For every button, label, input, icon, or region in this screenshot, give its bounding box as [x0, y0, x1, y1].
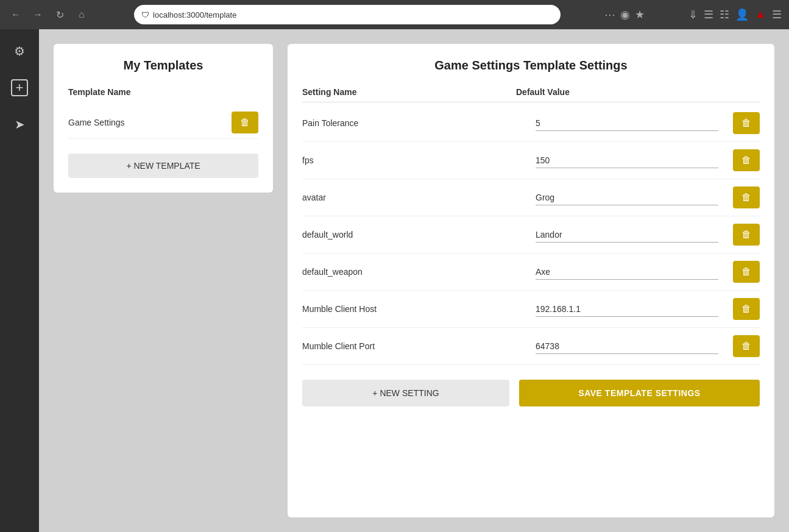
delete-setting-button[interactable]: 🗑 — [733, 224, 760, 246]
settings-list: Pain Tolerance 🗑 fps 🗑 avatar 🗑 — [302, 105, 760, 365]
setting-name-label: fps — [302, 155, 526, 165]
templates-panel: My Templates Template Name Game Settings… — [54, 44, 273, 193]
settings-footer: + NEW SETTING SAVE TEMPLATE SETTINGS — [302, 380, 760, 406]
sidebar-add-button[interactable]: + — [7, 76, 32, 100]
settings-panel: Game Settings Template Settings Setting … — [288, 44, 774, 517]
star-icon[interactable]: ★ — [635, 8, 645, 21]
setting-name-label: Pain Tolerance — [302, 118, 526, 128]
address-bar[interactable]: 🛡 localhost:3000/template — [134, 5, 561, 24]
settings-header: Setting Name Default Value — [302, 87, 760, 102]
browser-actions: ⋯ ◉ ★ — [604, 8, 645, 21]
sidebar-toggle-icon[interactable]: ☷ — [720, 8, 729, 21]
delete-setting-button[interactable]: 🗑 — [733, 112, 760, 134]
more-icon[interactable]: ⋯ — [604, 8, 615, 21]
col-default-value-header: Default Value — [516, 87, 723, 97]
trash-icon: 🗑 — [741, 303, 751, 314]
menu-icon[interactable]: ☰ — [772, 8, 782, 21]
template-list: Game Settings 🗑 — [68, 107, 258, 139]
delete-template-button[interactable]: 🗑 — [232, 112, 258, 133]
setting-value-container — [536, 264, 718, 280]
browser-toolbar: ⇓ ☰ ☷ 👤 ▲ ☰ — [688, 8, 782, 21]
home-button[interactable]: ⌂ — [73, 6, 90, 23]
browser-chrome: ← → ↻ ⌂ 🛡 localhost:3000/template ⋯ ◉ ★ … — [0, 0, 789, 29]
trash-icon: 🗑 — [741, 118, 751, 129]
forward-button[interactable]: → — [29, 6, 46, 23]
setting-value-input[interactable] — [536, 116, 718, 131]
setting-row: default_world 🗑 — [302, 216, 760, 254]
setting-value-container — [536, 190, 718, 205]
sidebar-gear-button[interactable]: ⚙ — [7, 39, 32, 63]
setting-value-input[interactable] — [536, 227, 718, 243]
template-row: Game Settings 🗑 — [68, 107, 258, 139]
setting-row: default_weapon 🗑 — [302, 254, 760, 291]
gear-icon: ⚙ — [14, 44, 25, 59]
profile-icon[interactable]: 👤 — [735, 8, 749, 21]
logout-icon: ➤ — [15, 117, 25, 132]
library-icon[interactable]: ☰ — [704, 8, 713, 21]
setting-value-container — [536, 302, 718, 317]
setting-value-input[interactable] — [536, 302, 718, 317]
col-setting-name-header: Setting Name — [302, 87, 516, 97]
new-setting-button[interactable]: + NEW SETTING — [302, 380, 509, 406]
delete-setting-button[interactable]: 🗑 — [733, 335, 760, 357]
main-content: My Templates Template Name Game Settings… — [39, 29, 789, 532]
delete-setting-button[interactable]: 🗑 — [733, 261, 760, 283]
setting-value-container — [536, 227, 718, 243]
trash-icon: 🗑 — [741, 192, 751, 203]
setting-name-label: Mumble Client Port — [302, 341, 526, 351]
setting-row: Mumble Client Host 🗑 — [302, 291, 760, 328]
templates-title: My Templates — [68, 59, 258, 73]
settings-title: Game Settings Template Settings — [302, 59, 760, 73]
template-name: Game Settings — [68, 118, 125, 127]
setting-name-label: default_weapon — [302, 267, 526, 277]
setting-value-input[interactable] — [536, 190, 718, 205]
new-template-button[interactable]: + NEW TEMPLATE — [68, 154, 258, 178]
save-template-button[interactable]: SAVE TEMPLATE SETTINGS — [519, 380, 760, 406]
trash-icon: 🗑 — [240, 117, 250, 128]
shield-icon: 🛡 — [141, 10, 149, 20]
sidebar-logout-button[interactable]: ➤ — [7, 112, 32, 137]
refresh-button[interactable]: ↻ — [51, 6, 68, 23]
setting-row: Mumble Client Port 🗑 — [302, 328, 760, 365]
template-column-header: Template Name — [68, 87, 258, 97]
trash-icon: 🗑 — [741, 229, 751, 240]
setting-row: Pain Tolerance 🗑 — [302, 105, 760, 142]
setting-row: avatar 🗑 — [302, 179, 760, 216]
url-text: localhost:3000/template — [153, 10, 236, 20]
app-layout: ⚙ + ➤ My Templates Template Name Game Se… — [0, 29, 789, 532]
sidebar: ⚙ + ➤ — [0, 29, 39, 532]
trash-icon: 🗑 — [741, 155, 751, 166]
back-button[interactable]: ← — [7, 6, 24, 23]
setting-value-container — [536, 116, 718, 131]
setting-value-input[interactable] — [536, 264, 718, 280]
setting-name-label: Mumble Client Host — [302, 304, 526, 314]
download-icon[interactable]: ⇓ — [688, 8, 698, 21]
add-icon: + — [11, 79, 28, 96]
delete-setting-button[interactable]: 🗑 — [733, 149, 760, 171]
delete-setting-button[interactable]: 🗑 — [733, 298, 760, 320]
trash-icon: 🗑 — [741, 266, 751, 277]
delete-setting-button[interactable]: 🗑 — [733, 186, 760, 208]
bookmark-icon[interactable]: ◉ — [620, 8, 630, 21]
setting-value-input[interactable] — [536, 153, 718, 168]
brave-icon[interactable]: ▲ — [755, 8, 766, 21]
setting-value-input[interactable] — [536, 339, 718, 354]
setting-row: fps 🗑 — [302, 142, 760, 179]
setting-value-container — [536, 153, 718, 168]
trash-icon: 🗑 — [741, 341, 751, 352]
setting-name-label: avatar — [302, 193, 526, 202]
setting-value-container — [536, 339, 718, 354]
setting-name-label: default_world — [302, 230, 526, 239]
